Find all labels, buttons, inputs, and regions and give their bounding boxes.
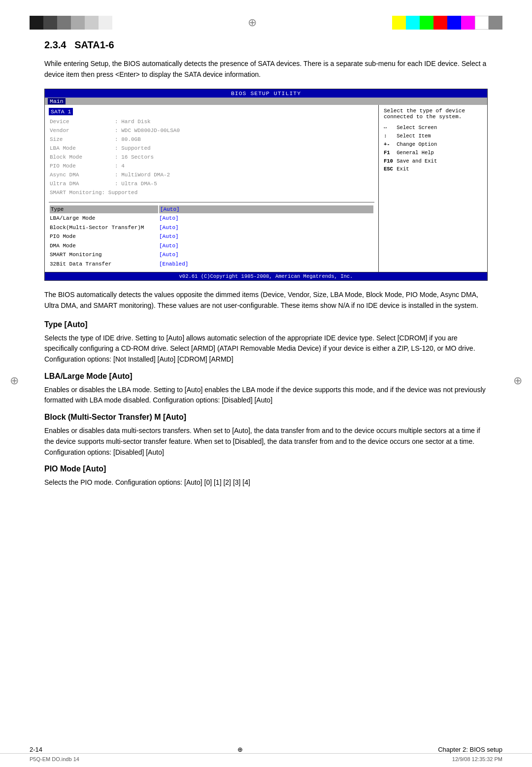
table-row: SMART Monitoring: Supported <box>50 189 373 197</box>
bottom-info-bar: P5Q-EM DO.indb 14 12/9/08 12:35:32 PM <box>0 753 532 762</box>
bios-section-label: SATA 1 <box>49 108 374 117</box>
main-content: 2.3.4 SATA1-6 While entering Setup, the … <box>30 39 502 488</box>
color-block-magenta <box>461 16 475 30</box>
bios-left-panel: SATA 1 Device: Hard Disk Vendor: WDC WD8… <box>45 105 379 272</box>
nav-item: F1 General Help <box>384 149 482 157</box>
table-row: Device: Hard Disk <box>50 118 373 126</box>
table-row: DMA Mode [Auto] <box>50 242 373 250</box>
color-block <box>43 16 57 30</box>
nav-item: ESC Exit <box>384 165 482 173</box>
subsection-pio-mode: PIO Mode [Auto] Selects the PIO mode. Co… <box>44 465 488 488</box>
color-block-yellow <box>392 16 406 30</box>
section-number: 2.3.4 <box>44 39 66 50</box>
table-row: Block(Multi-Sector Transfer)M [Auto] <box>50 224 373 232</box>
table-row: LBA Mode: Supported <box>50 145 373 153</box>
bios-menu-bar: Main <box>45 98 487 105</box>
bios-right-panel: Select the type of device connected to t… <box>379 105 487 272</box>
color-block <box>85 16 99 30</box>
subsection-lba-large-mode: LBA/Large Mode [Auto] Enables or disable… <box>44 372 488 406</box>
top-bar: ⊕ <box>30 15 502 31</box>
sub-para-lba: Enables or disables the LBA mode. Settin… <box>44 385 488 406</box>
table-row: 32Bit Data Transfer [Enabled] <box>50 260 373 268</box>
top-bar-color-left <box>30 16 112 30</box>
bios-footer: v02.61 (C)Copyright 1985-2008, American … <box>45 272 487 280</box>
sub-heading-lba: LBA/Large Mode [Auto] <box>44 372 488 381</box>
bios-type-row: Type [Auto] <box>50 205 373 214</box>
color-block-blue <box>447 16 461 30</box>
bios-body: SATA 1 Device: Hard Disk Vendor: WDC WD8… <box>45 105 487 272</box>
section-heading: 2.3.4 SATA1-6 <box>44 39 488 51</box>
table-row: SMART Monitoring [Auto] <box>50 251 373 259</box>
body-paragraph: The BIOS automatically detects the value… <box>44 290 488 311</box>
top-bar-color-right <box>392 16 502 30</box>
color-block-white <box>475 16 489 30</box>
bios-help-text: Select the type of device connected to t… <box>384 108 482 120</box>
sub-para-block: Enables or disables data multi-sectors t… <box>44 426 488 458</box>
color-block-gray <box>489 16 502 30</box>
page-footer: 2-14 ⊕ Chapter 2: BIOS setup <box>0 746 532 753</box>
bios-menu-active: Main <box>48 98 66 104</box>
color-block <box>30 16 43 30</box>
table-row: Block Mode: 16 Sectors <box>50 154 373 162</box>
table-row: PIO Mode: 4 <box>50 163 373 170</box>
bios-divider <box>49 202 374 202</box>
chapter-label: Chapter 2: BIOS setup <box>438 746 502 753</box>
page-number: 2-14 <box>30 746 42 753</box>
color-block <box>71 16 85 30</box>
color-block-red <box>433 16 447 30</box>
sub-heading-type: Type [Auto] <box>44 320 488 329</box>
page: ⊕ 2.3.4 SATA1-6 While entering Setup, th… <box>0 0 532 767</box>
table-row: Vendor: WDC WD800JD-00LSA0 <box>50 127 373 135</box>
subsection-type-auto: Type [Auto] Selects the type of IDE driv… <box>44 320 488 365</box>
bios-screenshot: BIOS SETUP UTILITY Main SATA 1 Device: H… <box>44 89 488 281</box>
compass-icon-right: ⊕ <box>513 374 522 387</box>
compass-icon-top: ⊕ <box>248 16 257 29</box>
table-row: PIO Mode [Auto] <box>50 233 373 241</box>
nav-item: +- Change Option <box>384 140 482 149</box>
intro-paragraph: While entering Setup, the BIOS automatic… <box>44 59 488 80</box>
sub-para-pio: Selects the PIO mode. Configuration opti… <box>44 477 488 488</box>
table-row: Async DMA: MultiWord DMA-2 <box>50 171 373 179</box>
table-row: Size: 80.0GB <box>50 136 373 144</box>
table-row: Ultra DMA: Ultra DMA-5 <box>50 180 373 188</box>
sub-heading-block: Block (Multi-Sector Transfer) M [Auto] <box>44 413 488 422</box>
subsection-block-multi-sector: Block (Multi-Sector Transfer) M [Auto] E… <box>44 413 488 458</box>
compass-icon-left: ⊕ <box>10 374 19 387</box>
bios-options-table: Type [Auto] LBA/Large Mode [Auto] Block(… <box>49 204 374 269</box>
compass-icon-footer: ⊕ <box>237 746 243 753</box>
section-title: SATA1-6 <box>74 39 114 50</box>
bios-info-table: Device: Hard Disk Vendor: WDC WD800JD-00… <box>49 117 374 198</box>
bottom-right-info: 12/9/08 12:35:32 PM <box>452 756 502 762</box>
table-row: LBA/Large Mode [Auto] <box>50 214 373 223</box>
sub-para-type: Selects the type of IDE drive. Setting t… <box>44 333 488 365</box>
color-block <box>99 16 112 30</box>
sub-heading-pio: PIO Mode [Auto] <box>44 465 488 473</box>
nav-item: ↔ Select Screen <box>384 124 482 132</box>
bottom-left-info: P5Q-EM DO.indb 14 <box>30 756 79 762</box>
color-block <box>57 16 71 30</box>
bios-nav: ↔ Select Screen ↕ Select Item +- Change … <box>384 124 482 173</box>
color-block-cyan <box>406 16 420 30</box>
bios-title: BIOS SETUP UTILITY <box>45 89 487 98</box>
nav-item: ↕ Select Item <box>384 132 482 140</box>
color-block-green <box>420 16 433 30</box>
nav-item: F10 Save and Exit <box>384 157 482 166</box>
